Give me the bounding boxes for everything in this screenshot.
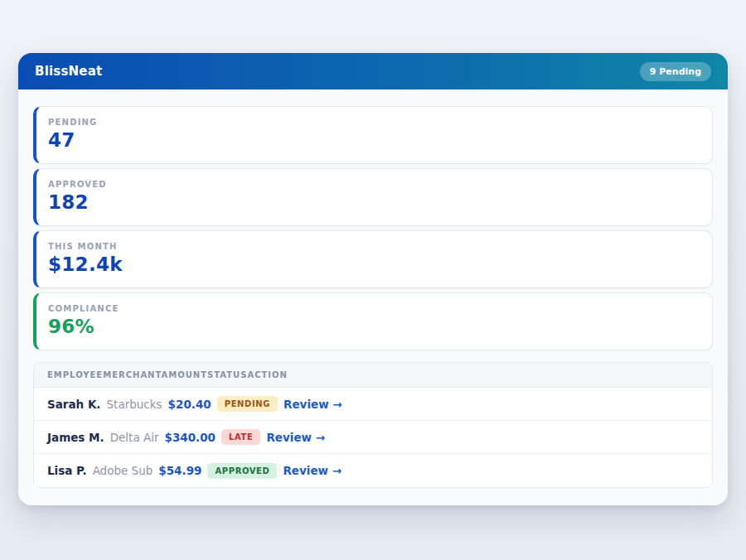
app-title: BlissNeat <box>35 64 102 79</box>
employee-name: James M. <box>47 431 104 444</box>
card-body: PENDING 47 APPROVED 182 THIS MONTH $12.4… <box>18 89 728 505</box>
review-link[interactable]: Review → <box>266 431 325 444</box>
stat-card-compliance: COMPLIANCE 96% <box>33 292 713 350</box>
app-header: BlissNeat 9 Pending <box>18 53 728 89</box>
col-header-action: ACTION <box>247 370 288 379</box>
stat-card-pending: PENDING 47 <box>33 106 713 164</box>
merchant-name: Starbucks <box>107 398 162 411</box>
stat-value: 47 <box>48 129 699 151</box>
expense-app-card: BlissNeat 9 Pending PENDING 47 APPROVED … <box>18 53 728 505</box>
stat-label: APPROVED <box>48 180 699 189</box>
pending-count-badge: 9 Pending <box>640 62 711 81</box>
merchant-name: Adobe Sub <box>93 464 153 477</box>
table-header-row: EMPLOYEEMERCHANTAMOUNTSTATUSACTION <box>34 363 712 388</box>
status-badge: PENDING <box>217 396 278 412</box>
stat-value: 182 <box>48 191 699 213</box>
transactions-table: EMPLOYEEMERCHANTAMOUNTSTATUSACTION Sarah… <box>33 362 713 488</box>
stat-label: THIS MONTH <box>48 242 699 251</box>
stat-value: $12.4k <box>48 253 699 275</box>
stat-value: 96% <box>48 316 699 337</box>
employee-name: Sarah K. <box>47 398 101 411</box>
col-header-merchant: MERCHANT <box>103 370 161 379</box>
stat-card-this-month: THIS MONTH $12.4k <box>33 230 713 288</box>
col-header-amount: AMOUNT <box>162 370 208 379</box>
review-link[interactable]: Review → <box>283 398 342 411</box>
stat-label: PENDING <box>48 118 699 127</box>
merchant-name: Delta Air <box>110 431 159 444</box>
table-row: James M. Delta Air $340.00 LATE Review → <box>34 421 712 454</box>
stat-label: COMPLIANCE <box>48 304 699 313</box>
col-header-status: STATUS <box>207 370 247 379</box>
status-badge: APPROVED <box>207 463 277 479</box>
amount-value: $340.00 <box>165 431 216 444</box>
employee-name: Lisa P. <box>47 464 87 477</box>
review-link[interactable]: Review → <box>283 464 342 477</box>
col-header-employee: EMPLOYEE <box>47 370 103 379</box>
table-row: Lisa P. Adobe Sub $54.99 APPROVED Review… <box>34 454 712 487</box>
table-row: Sarah K. Starbucks $20.40 PENDING Review… <box>34 388 712 421</box>
amount-value: $20.40 <box>168 398 211 411</box>
status-badge: LATE <box>221 429 260 445</box>
stat-card-approved: APPROVED 182 <box>33 168 713 226</box>
amount-value: $54.99 <box>158 464 201 477</box>
